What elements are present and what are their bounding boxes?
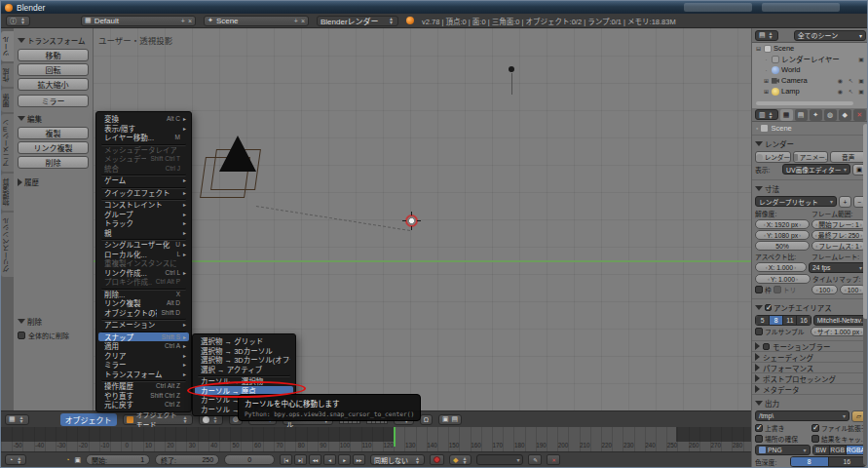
full-sample-checkbox[interactable] xyxy=(755,328,763,335)
render-opengl-button[interactable]: ▣▤ xyxy=(438,414,462,425)
keying-set-selector[interactable]: ◆▴▾ xyxy=(449,454,472,465)
delete-globally-checkbox[interactable] xyxy=(18,332,25,339)
panel-enable-checkbox[interactable] xyxy=(763,343,770,350)
editor-type-selector[interactable]: ⓘ▴▾ xyxy=(6,16,30,26)
toolshelf-tab[interactable]: アニメーション xyxy=(1,114,14,172)
expand-icon[interactable]: · xyxy=(763,57,770,62)
collapsed-panel-header[interactable]: シェーディング xyxy=(752,351,868,362)
outliner-row[interactable]: ⊞ Lamp ◉ ↖ ▣ xyxy=(752,86,868,97)
dimensions-panel-header[interactable]: 寸法 xyxy=(755,183,866,194)
delete-keyframe-button[interactable]: ✕ xyxy=(547,454,560,465)
overwrite-checkbox[interactable] xyxy=(755,424,763,432)
outliner-row[interactable]: · レンダーレイヤー ▣ xyxy=(752,54,868,64)
scene-selector[interactable]: ✦ Scene + × xyxy=(204,16,309,26)
menu-item[interactable]: 親 ▸ xyxy=(98,228,189,238)
menu-item[interactable]: ゲーム ▸ xyxy=(98,176,189,185)
remap-old-field[interactable]: ‹100› xyxy=(811,285,838,294)
delete-screen-icon[interactable]: × xyxy=(188,18,192,24)
animation-button[interactable]: アニメー... xyxy=(793,151,829,163)
visibility-icons[interactable]: ◉ ↖ ▣ xyxy=(838,77,866,84)
toolshelf-tab[interactable]: 物理演算 xyxy=(1,174,14,211)
playback-button[interactable]: ◂ xyxy=(323,454,336,465)
snap-toggle[interactable]: Ω xyxy=(420,414,433,425)
resolution-percentage-field[interactable]: 50% xyxy=(755,241,810,251)
properties-tab[interactable]: ✕ xyxy=(853,109,866,121)
tool-button[interactable]: 回転 xyxy=(18,63,89,76)
depth-8-option[interactable]: 8 xyxy=(791,457,829,466)
frame-end-field[interactable]: ‹最終フレ: 250› xyxy=(811,230,866,240)
lamp-object[interactable] xyxy=(509,66,514,72)
border-checkbox[interactable] xyxy=(755,286,763,293)
visibility-icons[interactable]: ▣ xyxy=(858,56,866,62)
aspect-y-field[interactable]: ‹Y: 1.000› xyxy=(755,274,811,284)
add-scene-icon[interactable]: + xyxy=(294,18,298,24)
cone-object[interactable] xyxy=(219,136,256,172)
playback-button[interactable]: |◂ xyxy=(280,454,292,465)
menu-item[interactable]: 元に戻す Ctrl Z xyxy=(98,400,189,410)
fps-selector[interactable]: 24 fps xyxy=(809,262,866,273)
bw-option[interactable]: BW xyxy=(813,446,830,454)
tool-button[interactable]: 拡大縮小 xyxy=(18,78,89,91)
toolshelf-tab[interactable]: グリースペンシル xyxy=(1,213,14,277)
toolshelf-tab[interactable]: 関係 xyxy=(1,89,14,112)
render-panel-header[interactable]: レンダー xyxy=(755,138,866,149)
preview-range-icon[interactable]: ◔ xyxy=(65,456,69,463)
outliner-row[interactable]: ⊟ Scene xyxy=(752,43,868,54)
aa-sample-option[interactable]: 11 xyxy=(783,316,797,325)
output-path-field[interactable]: /tmp\ xyxy=(755,410,849,421)
toolshelf-tab[interactable]: ツール xyxy=(1,31,14,61)
insert-keyframe-button[interactable]: ✎ xyxy=(528,454,542,465)
editor-type-selector[interactable]: ▤▴▾ xyxy=(755,30,778,41)
editor-type-selector[interactable]: ◔▴▾ xyxy=(5,454,26,465)
add-preset-button[interactable]: + xyxy=(839,196,851,208)
properties-tab[interactable]: ◍ xyxy=(824,109,837,121)
file-extension-checkbox[interactable] xyxy=(811,424,819,432)
outliner-scrollbar[interactable] xyxy=(756,101,853,105)
depth-16-option[interactable]: 16 xyxy=(829,457,866,466)
expand-icon[interactable]: ⊟ xyxy=(755,45,762,52)
frame-start-field[interactable]: 開始:1 xyxy=(86,454,150,465)
render-button[interactable]: レンダー xyxy=(755,151,791,163)
delete-scene-icon[interactable]: × xyxy=(301,18,305,24)
timeline-ruler[interactable]: -50-40-30-20-100102030405060708090100110… xyxy=(1,427,751,451)
resolution-y-field[interactable]: ‹Y: 1080 px› xyxy=(755,230,810,240)
current-frame-field[interactable]: 0 xyxy=(224,454,275,465)
playback-button[interactable]: ▸▸ xyxy=(353,454,365,465)
filter-size-field[interactable]: ‹サイ: 1.000 px› xyxy=(811,327,866,336)
display-mode-selector[interactable]: UV画像エディター xyxy=(782,164,850,175)
playback-button[interactable]: ▸ xyxy=(338,454,351,465)
title-bar[interactable]: Blender xyxy=(1,1,868,14)
collapsed-panel-header[interactable]: パフォーマンス xyxy=(752,362,868,372)
screen-layout-selector[interactable]: ▦ Default + × xyxy=(81,16,196,26)
cache-result-checkbox[interactable] xyxy=(811,435,819,443)
collapsed-panel-header[interactable]: モーションブラー xyxy=(752,340,868,351)
display-filter-selector[interactable]: 全てのシーン▾ xyxy=(794,30,866,41)
placeholders-checkbox[interactable] xyxy=(755,435,763,443)
remap-new-field[interactable]: ‹100› xyxy=(840,285,866,294)
cursor-3d[interactable] xyxy=(405,214,418,227)
expand-icon[interactable]: ⊞ xyxy=(763,88,770,95)
aa-sample-option[interactable]: 16 xyxy=(797,316,810,325)
pin-icon[interactable]: ◦ xyxy=(756,125,758,132)
properties-tab[interactable]: ✦ xyxy=(810,109,822,121)
record-button[interactable] xyxy=(430,454,444,465)
menu-item[interactable]: オブジェクトの複製 Shift D xyxy=(98,308,189,318)
editor-type-selector[interactable]: ▥▴▾ xyxy=(755,109,778,120)
frame-start-field[interactable]: ‹開始フレー: 1› xyxy=(811,219,866,229)
antialiasing-panel-header[interactable]: アンチエイリアス xyxy=(755,302,866,313)
mirror-button[interactable]: ミラー xyxy=(18,95,89,107)
frame-lock-icon[interactable]: ▣ xyxy=(74,456,81,464)
visibility-icons[interactable]: ◉ ↖ ▣ xyxy=(838,88,866,95)
menu-item[interactable]: トランスフォーム ▸ xyxy=(98,370,189,379)
menu-item[interactable]: アニメーション ▸ xyxy=(98,320,189,330)
aa-sample-option[interactable]: 5 xyxy=(756,316,770,325)
tool-button[interactable]: リンク複製 xyxy=(18,141,89,154)
frame-end-field[interactable]: 終了:250 xyxy=(155,454,219,465)
aa-enable-checkbox[interactable] xyxy=(765,304,772,311)
collapsed-panel-header[interactable]: メタデータ xyxy=(752,383,868,394)
file-format-selector[interactable]: PNG xyxy=(755,445,811,455)
expand-icon[interactable]: · xyxy=(763,67,770,73)
aspect-x-field[interactable]: ‹X: 1.000› xyxy=(755,262,807,272)
render-engine-selector[interactable]: Blenderレンダー ▴▾ xyxy=(317,16,398,26)
tool-button[interactable]: 削除 xyxy=(18,156,89,169)
